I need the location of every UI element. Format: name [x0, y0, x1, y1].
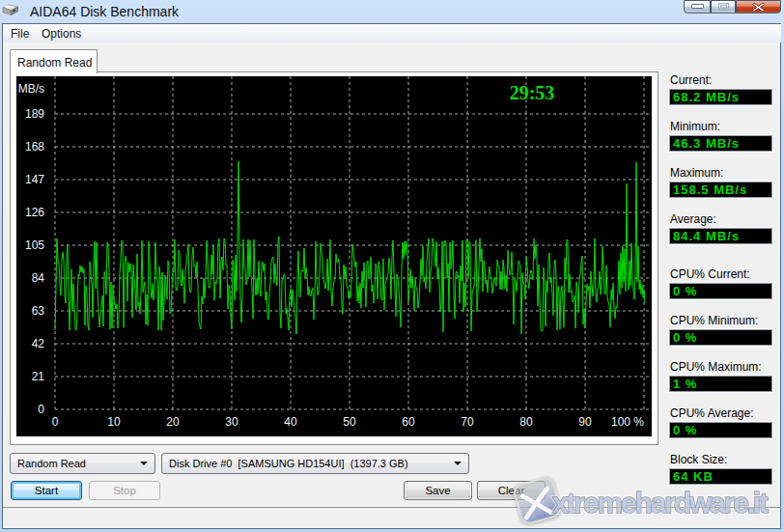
svg-text:63: 63	[32, 304, 45, 318]
svg-text:10: 10	[107, 415, 121, 429]
svg-text:168: 168	[25, 140, 44, 154]
svg-text:84: 84	[32, 271, 45, 285]
svg-text:100 %: 100 %	[611, 415, 644, 429]
svg-text:0: 0	[38, 403, 44, 416]
svg-text:29:53: 29:53	[510, 82, 555, 103]
svg-text:0: 0	[52, 415, 59, 429]
svg-text:42: 42	[32, 337, 45, 350]
svg-text:30: 30	[225, 415, 238, 429]
svg-text:xtremehardware.it: xtremehardware.it	[552, 487, 769, 518]
svg-text:90: 90	[578, 415, 592, 429]
svg-text:21: 21	[32, 370, 45, 383]
svg-text:147: 147	[25, 173, 44, 186]
svg-text:70: 70	[461, 415, 474, 429]
svg-text:80: 80	[519, 415, 533, 429]
svg-text:50: 50	[343, 415, 356, 429]
svg-text:126: 126	[25, 206, 44, 219]
svg-text:20: 20	[166, 415, 180, 429]
svg-text:40: 40	[284, 415, 297, 429]
svg-text:MB/s: MB/s	[18, 82, 44, 96]
svg-text:189: 189	[25, 107, 44, 121]
svg-text:105: 105	[25, 238, 44, 252]
svg-text:60: 60	[402, 415, 415, 429]
